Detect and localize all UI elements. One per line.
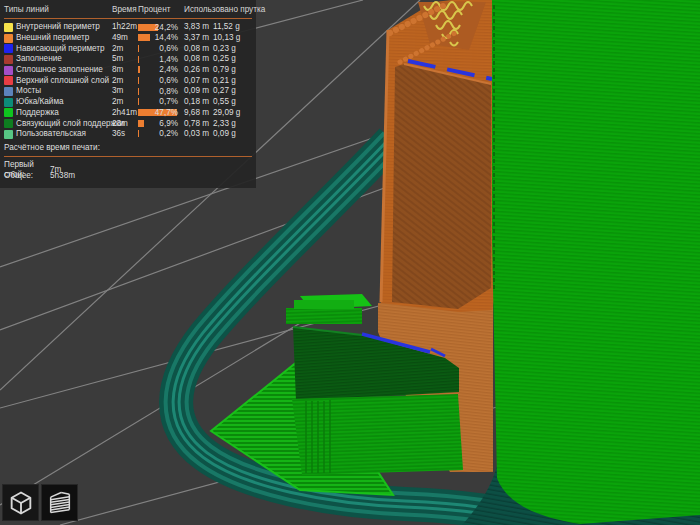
feature-weight: 10,13 g bbox=[211, 33, 252, 43]
feature-length: 3,83 m bbox=[179, 22, 211, 32]
model-orange bbox=[381, 0, 496, 312]
feature-percent-cell: 14,4% bbox=[138, 33, 179, 44]
feature-color-swatch bbox=[4, 76, 13, 85]
view-layers-button[interactable] bbox=[41, 484, 78, 521]
feature-percent: 1,4% bbox=[159, 55, 178, 65]
feature-color-swatch bbox=[4, 87, 13, 96]
feature-time: 2m bbox=[112, 76, 138, 86]
feature-length: 9,68 m bbox=[179, 108, 211, 118]
feature-percent: 6,9% bbox=[159, 119, 178, 129]
feature-percent-cell: 6,9% bbox=[138, 118, 179, 129]
view-3d-button[interactable] bbox=[2, 484, 39, 521]
legend-rows: Внутренний периметр 1h22m 24,2% 3,83 m 1… bbox=[4, 22, 252, 140]
feature-label: Внешний периметр bbox=[16, 33, 112, 43]
percent-bar bbox=[138, 56, 139, 63]
feature-label: Нависающий периметр bbox=[16, 44, 112, 54]
feature-weight: 0,21 g bbox=[211, 76, 252, 86]
legend-row: Внутренний периметр 1h22m 24,2% 3,83 m 1… bbox=[4, 22, 252, 33]
col-filament: Использовано прутка bbox=[179, 5, 265, 15]
feature-weight: 0,09 g bbox=[211, 129, 252, 139]
feature-length: 3,37 m bbox=[179, 33, 211, 43]
total-time-value: 5h38m bbox=[50, 171, 252, 181]
feature-percent: 0,8% bbox=[159, 87, 178, 97]
feature-color-swatch bbox=[4, 66, 13, 75]
feature-color-swatch bbox=[4, 119, 13, 128]
feature-length: 0,18 m bbox=[179, 97, 211, 107]
feature-time: 8m bbox=[112, 65, 138, 75]
feature-color-swatch bbox=[4, 34, 13, 43]
feature-label: Верхний сплошной слой bbox=[16, 76, 112, 86]
total-time-label: Общее: bbox=[4, 171, 50, 181]
legend-row: Верхний сплошной слой 2m 0,6% 0,07 m 0,2… bbox=[4, 75, 252, 86]
feature-weight: 0,23 g bbox=[211, 44, 252, 54]
feature-percent-cell: 24,2% bbox=[138, 22, 179, 33]
legend-header: Типы линий Время Процент Использовано пр… bbox=[4, 3, 252, 16]
feature-length: 0,08 m bbox=[179, 44, 211, 54]
feature-color-swatch bbox=[4, 23, 13, 32]
feature-percent-cell: 0,7% bbox=[138, 97, 179, 108]
feature-weight: 0,79 g bbox=[211, 65, 252, 75]
feature-time: 2h41m bbox=[112, 108, 138, 118]
feature-percent: 47,7% bbox=[155, 108, 178, 118]
feature-percent-cell: 0,8% bbox=[138, 86, 179, 97]
legend-row: Связующий слой поддержки 23m 6,9% 0,78 m… bbox=[4, 118, 252, 129]
feature-percent: 14,4% bbox=[155, 33, 178, 43]
feature-time: 2m bbox=[112, 44, 138, 54]
first-layer-row: Первый слой: 7m bbox=[4, 160, 252, 171]
feature-color-swatch bbox=[4, 130, 13, 139]
legend-row: Поддержка 2h41m 47,7% 9,68 m 29,09 g bbox=[4, 108, 252, 119]
percent-bar bbox=[138, 66, 140, 73]
feature-weight: 2,33 g bbox=[211, 119, 252, 129]
slicer-preview-window: Типы линий Время Процент Использовано пр… bbox=[0, 0, 700, 525]
legend-row: Пользовательская 36s 0,2% 0,03 m 0,09 g bbox=[4, 129, 252, 140]
feature-label: Сплошное заполнение bbox=[16, 65, 112, 75]
feature-label: Связующий слой поддержки bbox=[16, 119, 112, 129]
feature-weight: 0,27 g bbox=[211, 86, 252, 96]
legend-row: Юбка/Кайма 2m 0,7% 0,18 m 0,55 g bbox=[4, 97, 252, 108]
feature-label: Внутренний периметр bbox=[16, 22, 112, 32]
feature-time: 1h22m bbox=[112, 22, 138, 32]
feature-length: 0,78 m bbox=[179, 119, 211, 129]
feature-time: 5m bbox=[112, 54, 138, 64]
legend-title: Типы линий bbox=[4, 5, 112, 15]
feature-time: 49m bbox=[112, 33, 138, 43]
total-time-row: Общее: 5h38m bbox=[4, 171, 252, 182]
legend-row: Мосты 3m 0,8% 0,09 m 0,27 g bbox=[4, 86, 252, 97]
feature-length: 0,08 m bbox=[179, 54, 211, 64]
percent-bar bbox=[138, 88, 139, 95]
feature-percent: 0,7% bbox=[159, 97, 178, 107]
feature-percent-cell: 1,4% bbox=[138, 54, 179, 65]
feature-label: Заполнение bbox=[16, 54, 112, 64]
view-mode-toolbar bbox=[2, 484, 78, 521]
feature-length: 0,26 m bbox=[179, 65, 211, 75]
legend-row: Нависающий периметр 2m 0,6% 0,08 m 0,23 … bbox=[4, 43, 252, 54]
estimate-title: Расчётное время печати: bbox=[4, 143, 252, 154]
support-material-block bbox=[492, 0, 700, 524]
legend-panel: Типы линий Время Процент Использовано пр… bbox=[0, 0, 256, 188]
feature-percent: 0,6% bbox=[159, 44, 178, 54]
feature-length: 0,09 m bbox=[179, 86, 211, 96]
feature-color-swatch bbox=[4, 98, 13, 107]
feature-percent: 24,2% bbox=[155, 23, 178, 33]
feature-percent-cell: 0,6% bbox=[138, 75, 179, 86]
feature-weight: 11,52 g bbox=[211, 22, 252, 32]
col-time: Время bbox=[112, 5, 138, 15]
feature-time: 3m bbox=[112, 86, 138, 96]
feature-percent-cell: 0,2% bbox=[138, 129, 179, 140]
feature-label: Юбка/Кайма bbox=[16, 97, 112, 107]
layer-stack-icon bbox=[46, 489, 74, 517]
legend-row: Внешний периметр 49m 14,4% 3,37 m 10,13 … bbox=[4, 33, 252, 44]
feature-time: 36s bbox=[112, 129, 138, 139]
cube-3d-icon bbox=[7, 489, 35, 517]
feature-weight: 29,09 g bbox=[211, 108, 252, 118]
feature-weight: 0,55 g bbox=[211, 97, 252, 107]
feature-label: Пользовательская bbox=[16, 129, 112, 139]
feature-percent: 0,2% bbox=[159, 129, 178, 139]
feature-label: Поддержка bbox=[16, 108, 112, 118]
feature-color-swatch bbox=[4, 44, 13, 53]
separator bbox=[4, 156, 252, 157]
feature-percent-cell: 47,7% bbox=[138, 108, 179, 119]
legend-row: Заполнение 5m 1,4% 0,08 m 0,25 g bbox=[4, 54, 252, 65]
feature-percent-cell: 2,4% bbox=[138, 65, 179, 76]
col-percent: Процент bbox=[138, 5, 179, 15]
